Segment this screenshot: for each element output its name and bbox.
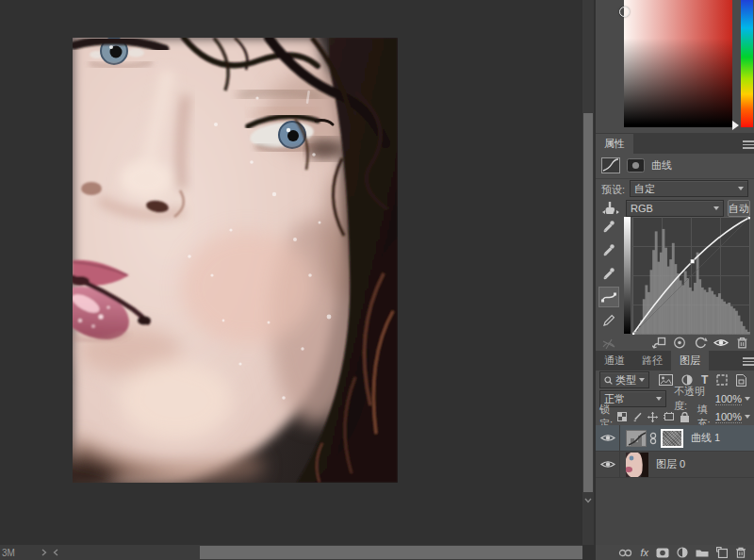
vertical-scrollbar[interactable] (582, 0, 594, 545)
targeted-adjustment-icon[interactable] (601, 201, 620, 216)
new-adjustment-icon[interactable] (677, 547, 688, 558)
layers-footer: fx (596, 545, 754, 560)
horizontal-scrollbar[interactable] (49, 545, 582, 560)
visibility-eye-icon[interactable] (711, 335, 731, 350)
tab-properties[interactable]: 属性 (596, 134, 633, 154)
right-panel-dock: 属性 曲线 (596, 0, 754, 560)
chevron-down-icon (745, 415, 750, 419)
chevron-down-icon (656, 397, 662, 401)
chevron-down-icon (713, 206, 719, 210)
visibility-eye-icon[interactable] (596, 452, 620, 477)
document-size-info: 3M (2, 548, 15, 558)
chevron-down-icon (738, 187, 744, 190)
scroll-left-arrow-icon[interactable] (53, 549, 58, 556)
layer-style-fx-icon[interactable]: fx (640, 547, 648, 558)
status-flyout-arrow-icon[interactable] (41, 549, 47, 556)
lock-transparency-icon[interactable] (617, 412, 627, 421)
adjustment-title: 曲线 (651, 158, 672, 173)
curves-grid[interactable] (632, 217, 750, 335)
pencil-curve-icon[interactable] (598, 310, 619, 331)
lock-position-icon[interactable] (647, 412, 658, 422)
layer-name[interactable]: 图层 0 (656, 457, 685, 471)
preset-label: 预设: (601, 183, 625, 197)
chevron-down-icon (639, 378, 645, 382)
auto-button[interactable]: 自动 (728, 200, 750, 217)
photoshop-window: 3M 属性 (0, 0, 754, 560)
reset-icon[interactable] (690, 335, 711, 350)
curves-layer-thumbnail[interactable] (626, 430, 647, 447)
lock-pixels-brush-icon[interactable] (632, 412, 642, 422)
color-cursor-ring[interactable] (619, 7, 630, 17)
channel-dropdown[interactable]: RGB (626, 200, 724, 217)
panel-menu-icon[interactable] (743, 139, 754, 151)
clip-to-layer-icon[interactable] (648, 335, 669, 350)
color-saturation-field[interactable] (624, 0, 732, 127)
image-layer-thumbnail[interactable] (626, 453, 648, 477)
layer-list: 曲线 1 图层 0 (596, 425, 754, 545)
status-bar: 3M (0, 545, 582, 560)
curves-tools (598, 215, 622, 357)
preset-dropdown[interactable]: 自定 (630, 180, 748, 197)
document-canvas[interactable] (0, 0, 582, 545)
layer-name[interactable]: 曲线 1 (691, 431, 720, 445)
edit-curve-icon[interactable] (598, 287, 619, 307)
filter-shape-layers-icon[interactable] (716, 374, 728, 386)
photo-portrait (73, 38, 398, 483)
layer-mask-thumbnail[interactable] (661, 429, 683, 448)
curves-adjustment-icon (601, 157, 620, 173)
curves-input-gradient (624, 217, 631, 334)
hue-arrow-indicator[interactable] (732, 121, 739, 130)
properties-tabbar: 属性 (596, 133, 754, 154)
tab-layers[interactable]: 图层 (671, 351, 709, 371)
hue-slider[interactable] (741, 0, 753, 127)
panel-menu-icon[interactable] (743, 355, 754, 368)
black-point-eyedropper-icon[interactable] (598, 216, 619, 237)
white-point-eyedropper-icon[interactable] (598, 263, 619, 284)
search-icon (604, 376, 613, 385)
add-mask-icon[interactable] (656, 548, 669, 558)
tab-paths[interactable]: 路径 (633, 351, 671, 371)
scroll-down-arrow-icon[interactable] (584, 498, 592, 503)
layer-mask-badge-icon (627, 158, 645, 173)
link-layers-icon[interactable] (618, 549, 632, 557)
mask-link-icon[interactable] (649, 432, 657, 445)
delete-layer-icon[interactable] (735, 547, 746, 558)
fill-field[interactable]: 100% (715, 411, 750, 423)
opacity-field[interactable]: 100% (715, 393, 750, 405)
new-group-icon[interactable] (696, 548, 709, 557)
new-layer-icon[interactable] (716, 547, 728, 558)
delete-icon[interactable] (731, 335, 752, 350)
lock-artboard-icon[interactable] (664, 412, 675, 421)
layers-tabbar: 通道 路径 图层 (596, 351, 754, 371)
tab-channels[interactable]: 通道 (596, 351, 633, 371)
filter-type-dropdown[interactable]: 类型 (599, 371, 649, 388)
filter-smart-objects-icon[interactable] (736, 374, 746, 387)
visibility-eye-icon[interactable] (596, 425, 620, 451)
layers-controls: 类型 T (596, 371, 754, 425)
layer-row-layer-0[interactable]: 图层 0 (596, 452, 754, 478)
horizontal-scrollbar-thumb[interactable] (200, 546, 582, 559)
lock-all-icon[interactable] (680, 412, 689, 422)
properties-footer (648, 335, 752, 350)
layer-row-curves-1[interactable]: 曲线 1 (596, 425, 754, 452)
filter-pixel-layers-icon[interactable] (659, 374, 673, 386)
chevron-down-icon (745, 397, 750, 401)
gray-point-eyedropper-icon[interactable] (598, 239, 619, 260)
properties-body: 曲线 预设: 自定 RGB 自动 (596, 154, 754, 351)
previous-state-icon[interactable] (669, 335, 690, 350)
vertical-scrollbar-thumb[interactable] (583, 113, 593, 492)
